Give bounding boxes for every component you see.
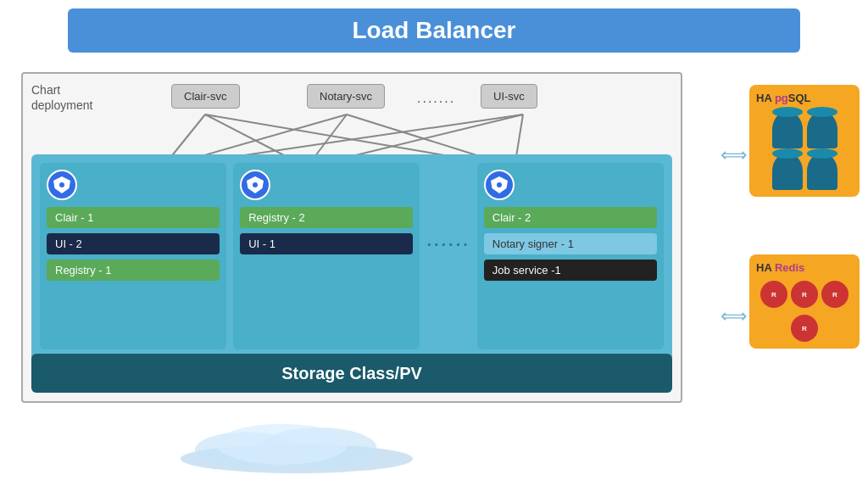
kubernetes-svg-1: [52, 175, 72, 195]
k8s-icon-3: [484, 170, 515, 200]
ha-redis-title: HA Redis: [756, 261, 853, 274]
storage-bar: Storage Class/PV: [31, 354, 672, 393]
db-icon-1: [772, 111, 803, 148]
kubernetes-svg-3: [489, 175, 509, 195]
pgsql-db-icons: [756, 111, 853, 190]
k8s-icon-2: [240, 170, 270, 200]
storage-label: Storage Class/PV: [281, 364, 422, 383]
k8s-icon-1: [47, 170, 77, 200]
notary-signer-1-tag: Notary signer - 1: [484, 233, 657, 254]
job-service-1-tag: Job service -1: [484, 260, 657, 281]
db-icon-3: [772, 153, 803, 190]
load-balancer-box: Load Balancer: [68, 8, 800, 53]
services-dots: .......: [417, 91, 455, 106]
kubernetes-svg-2: [245, 175, 265, 195]
clair-1-tag: Clair - 1: [47, 207, 220, 228]
ha-pgsql-title: HA pgSQL: [756, 92, 853, 104]
ui-svc-box: UI-svc: [481, 84, 537, 109]
svg-point-10: [253, 182, 258, 187]
redis-icon-3: R: [821, 281, 849, 308]
pod-3: Clair - 2 Notary signer - 1 Job service …: [477, 163, 664, 349]
ha-redis-box: HA Redis R R R R: [749, 254, 860, 349]
arrow-to-redis: ⟺: [721, 305, 748, 327]
pod-1: Clair - 1 UI - 2 Registry - 1: [40, 163, 226, 349]
ha-pgsql-box: HA pgSQL: [749, 85, 860, 197]
clair-2-tag: Clair - 2: [484, 207, 657, 228]
chart-deployment-label: Chartdeployment: [31, 82, 92, 113]
db-icon-4: [807, 153, 837, 190]
chart-deployment-box: Chartdeployment Clair-svc Notary-svc ...…: [21, 72, 682, 403]
svg-point-15: [217, 424, 348, 465]
clair-svc-box: Clair-svc: [171, 84, 240, 109]
notary-svc-box: Notary-svc: [307, 84, 385, 109]
redis-icons: R R R R: [756, 281, 853, 342]
svg-point-9: [59, 182, 64, 187]
redis-icon-2: R: [791, 281, 818, 308]
db-icon-2: [807, 111, 837, 148]
ui-2-tag: UI - 2: [47, 233, 220, 254]
registry-1-tag: Registry - 1: [47, 260, 220, 281]
cloud-decoration: [153, 422, 441, 473]
redis-icon-1: R: [760, 281, 787, 308]
registry-2-tag: Registry - 2: [240, 207, 413, 228]
svg-point-11: [497, 182, 502, 187]
ui-1-tag: UI - 1: [240, 233, 413, 254]
arrow-to-pgsql: ⟺: [721, 144, 748, 166]
load-balancer-label: Load Balancer: [353, 17, 516, 44]
pod-2: Registry - 2 UI - 1: [233, 163, 420, 349]
redis-icon-4: R: [791, 315, 818, 342]
pods-dots: ......: [426, 163, 470, 250]
